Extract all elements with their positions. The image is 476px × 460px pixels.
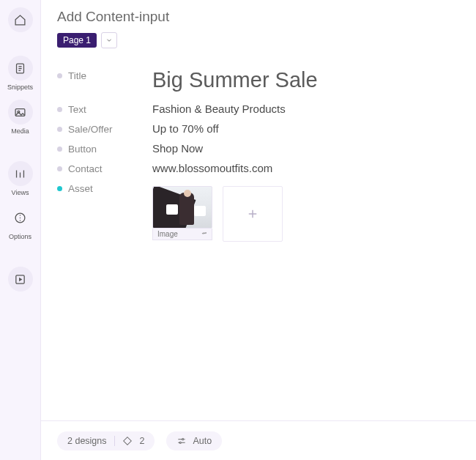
row-text: Text Fashion & Beauty Products bbox=[57, 103, 460, 115]
row-button: Button Shop Now bbox=[57, 142, 460, 155]
bullet-icon bbox=[57, 73, 62, 78]
preview-icon[interactable] bbox=[8, 267, 33, 292]
svg-rect-1 bbox=[15, 108, 25, 116]
chevron-down-icon bbox=[105, 37, 113, 44]
page-title: Add Content-input bbox=[57, 9, 460, 25]
footer-bar: 2 designs 2 Auto bbox=[41, 420, 476, 460]
row-offer: Sale/Offer Up to 70% off bbox=[57, 122, 460, 135]
sidebar-label-snippets: Snippets bbox=[7, 84, 33, 91]
bullet-icon bbox=[57, 146, 62, 152]
svg-point-8 bbox=[182, 438, 184, 439]
bullet-icon bbox=[57, 107, 62, 112]
field-label-asset[interactable]: Asset bbox=[57, 182, 152, 194]
field-value-button[interactable]: Shop Now bbox=[152, 142, 460, 155]
row-title: Title Big Summer Sale bbox=[57, 69, 460, 92]
content-form: Title Big Summer Sale Text Fashion & Bea… bbox=[57, 69, 460, 249]
plus-icon bbox=[246, 207, 259, 220]
row-contact: Contact www.blossomoutfits.com bbox=[57, 162, 460, 174]
app-sidebar: Snippets Media Views Options bbox=[0, 0, 41, 460]
field-label-contact[interactable]: Contact bbox=[57, 162, 152, 174]
field-value-text[interactable]: Fashion & Beauty Products bbox=[152, 103, 460, 115]
field-value-offer[interactable]: Up to 70% off bbox=[152, 122, 460, 135]
field-label-text[interactable]: Text bbox=[57, 103, 152, 115]
options-icon[interactable] bbox=[8, 205, 33, 230]
views-icon[interactable] bbox=[8, 161, 33, 186]
sidebar-label-media: Media bbox=[11, 127, 29, 135]
sidebar-label-options: Options bbox=[9, 233, 31, 240]
content-area: Add Content-input Page 1 Title Big Summe… bbox=[41, 0, 476, 420]
main-panel: Add Content-input Page 1 Title Big Summe… bbox=[41, 0, 476, 460]
page-selector: Page 1 bbox=[57, 32, 460, 48]
svg-point-6 bbox=[20, 220, 21, 220]
field-label-offer[interactable]: Sale/Offer bbox=[57, 122, 152, 135]
field-label-button[interactable]: Button bbox=[57, 142, 152, 155]
row-asset: Asset Image bbox=[57, 182, 460, 242]
asset-area: Image bbox=[152, 182, 460, 242]
auto-pill[interactable]: Auto bbox=[166, 431, 222, 450]
media-icon[interactable] bbox=[8, 100, 33, 125]
asset-type-selector[interactable]: Image bbox=[152, 229, 212, 240]
divider bbox=[114, 436, 115, 446]
sliders-icon bbox=[176, 436, 187, 446]
asset-type-label: Image bbox=[157, 230, 178, 238]
designs-pill[interactable]: 2 designs 2 bbox=[57, 431, 155, 450]
page-dropdown-button[interactable] bbox=[101, 32, 117, 48]
designs-count-text: 2 designs bbox=[67, 436, 107, 446]
designs-count-number: 2 bbox=[140, 436, 145, 446]
snippets-icon[interactable] bbox=[8, 56, 33, 81]
bullet-icon bbox=[57, 127, 62, 132]
field-value-title[interactable]: Big Summer Sale bbox=[152, 69, 460, 92]
home-icon[interactable] bbox=[8, 7, 33, 32]
swap-icon bbox=[201, 231, 207, 237]
svg-point-5 bbox=[20, 217, 21, 218]
auto-label: Auto bbox=[193, 436, 212, 446]
sidebar-label-views: Views bbox=[12, 189, 29, 196]
add-asset-button[interactable] bbox=[223, 186, 283, 242]
field-label-title[interactable]: Title bbox=[57, 69, 152, 81]
svg-point-4 bbox=[20, 215, 21, 215]
bullet-icon-active bbox=[57, 186, 62, 191]
svg-point-9 bbox=[180, 442, 182, 443]
field-value-contact[interactable]: www.blossomoutfits.com bbox=[152, 162, 460, 174]
page-badge[interactable]: Page 1 bbox=[57, 33, 97, 48]
asset-thumbnail[interactable] bbox=[152, 186, 212, 229]
asset-card: Image bbox=[152, 186, 212, 242]
bullet-icon bbox=[57, 166, 62, 171]
diamond-icon bbox=[122, 436, 133, 446]
